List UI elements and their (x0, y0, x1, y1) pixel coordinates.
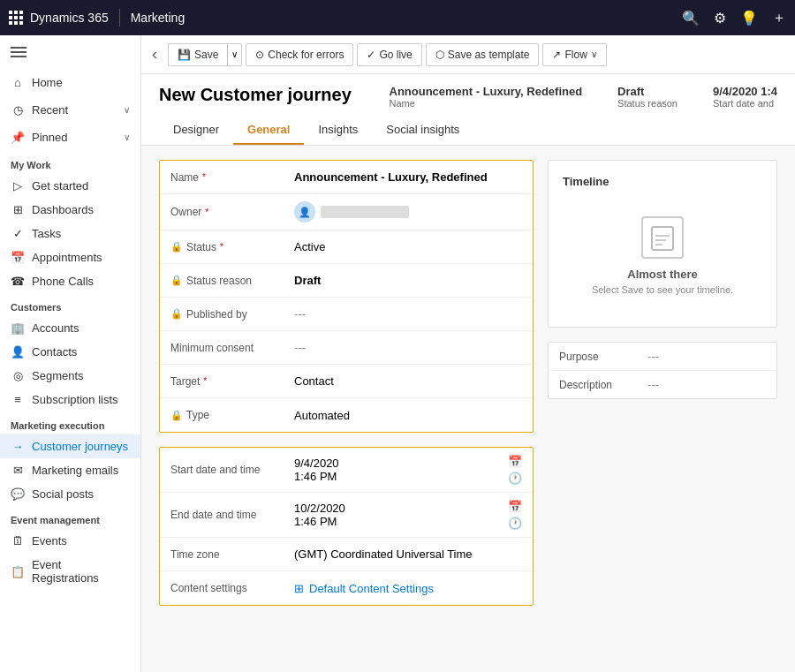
sidebar-item-segments[interactable]: ◎ Segments (0, 364, 140, 388)
required-indicator: * (202, 172, 206, 182)
meta-start-date: 9/4/2020 1:4 Start date and (713, 85, 777, 109)
calendar-icon[interactable]: 📅 (508, 455, 522, 468)
end-date-time: 1:46 PM (294, 515, 508, 528)
clock-icon[interactable]: 🕐 (508, 517, 522, 530)
general-info-section: Name * Announcement - Luxury, Redefined … (159, 160, 534, 433)
app-name: Dynamics 365 (30, 11, 109, 25)
content-area: Name * Announcement - Luxury, Redefined … (141, 146, 795, 672)
check-errors-button[interactable]: ⊙ Check for errors (246, 43, 353, 66)
check-errors-label: Check for errors (268, 49, 344, 61)
name-value[interactable]: Announcement - Luxury, Redefined (294, 170, 522, 184)
brand-area: Dynamics 365 Marketing (9, 9, 185, 26)
search-icon[interactable]: 🔍 (682, 10, 700, 26)
back-button[interactable]: ‹ (152, 45, 157, 64)
purpose-value[interactable]: --- (647, 350, 659, 363)
save-dropdown-button[interactable]: ∨ (227, 43, 242, 66)
owner-field-row: Owner * 👤 (160, 194, 533, 230)
accounts-icon: 🏢 (11, 321, 25, 335)
sidebar-item-recent[interactable]: ◷ Recent ∨ (0, 96, 140, 124)
sidebar-item-pinned[interactable]: 📌 Pinned ∨ (0, 124, 140, 151)
top-navigation: Dynamics 365 Marketing 🔍 ⚙ 💡 ＋ (0, 0, 795, 35)
sidebar-item-label: Contacts (32, 345, 77, 359)
content-settings-link[interactable]: Default Content Settings (309, 582, 522, 595)
status-reason-field-row: 🔒 Status reason Draft (160, 264, 533, 298)
go-live-icon: ✓ (367, 49, 375, 61)
segments-icon: ◎ (11, 369, 25, 382)
sidebar-item-accounts[interactable]: 🏢 Accounts (0, 316, 140, 340)
sidebar-item-marketing-emails[interactable]: ✉ Marketing emails (0, 458, 140, 482)
min-consent-value[interactable]: --- (294, 341, 522, 354)
tab-designer[interactable]: Designer (159, 116, 233, 145)
pin-icon: 📌 (11, 131, 25, 144)
name-label: Name * (170, 171, 294, 184)
status-value[interactable]: Active (294, 240, 522, 253)
target-value[interactable]: Contact (294, 374, 522, 388)
type-value[interactable]: Automated (294, 409, 522, 422)
get-started-icon: ▷ (11, 179, 25, 193)
help-icon[interactable]: 💡 (740, 10, 758, 26)
timeline-almost-there: Almost there (627, 268, 697, 281)
add-icon[interactable]: ＋ (772, 9, 786, 27)
timeline-empty-subtext: Select Save to see your timeline. (592, 284, 733, 295)
timeline-empty-state: Almost there Select Save to see your tim… (563, 199, 762, 313)
sidebar-item-event-registrations[interactable]: 📋 Event Registrations (0, 553, 140, 590)
save-template-button[interactable]: ⬡ Save as template (426, 43, 540, 66)
type-label: 🔒 Type (170, 409, 294, 421)
published-by-label: 🔒 Published by (170, 308, 294, 321)
sidebar-item-tasks[interactable]: ✓ Tasks (0, 222, 140, 245)
clock-icon[interactable]: 🕐 (508, 472, 522, 485)
content-settings-field-row: Content settings ⊞ Default Content Setti… (160, 571, 533, 605)
sidebar-item-home[interactable]: ⌂ Home (0, 69, 140, 96)
go-live-button[interactable]: ✓ Go live (357, 43, 421, 66)
timeline-title: Timeline (563, 175, 762, 188)
sidebar-item-label: Social posts (32, 487, 94, 501)
end-date-value[interactable]: 10/2/2020 1:46 PM (294, 502, 508, 528)
sidebar-item-label: Phone Calls (32, 275, 94, 288)
appointments-icon: 📅 (11, 251, 25, 264)
sidebar-item-dashboards[interactable]: ⊞ Dashboards (0, 198, 140, 222)
check-icon: ⊙ (255, 49, 264, 61)
waffle-icon[interactable] (9, 11, 23, 25)
subscription-icon: ≡ (11, 393, 25, 406)
sidebar-item-get-started[interactable]: ▷ Get started (0, 174, 140, 198)
hamburger-button[interactable] (0, 35, 140, 69)
template-icon: ⬡ (435, 49, 444, 61)
status-reason-value[interactable]: Draft (294, 274, 522, 287)
sidebar-item-subscription-lists[interactable]: ≡ Subscription lists (0, 388, 140, 412)
sidebar-item-contacts[interactable]: 👤 Contacts (0, 340, 140, 364)
save-icon: 💾 (178, 49, 191, 61)
sidebar-item-label: Event Registrations (32, 558, 130, 585)
settings-icon[interactable]: ⚙ (714, 10, 726, 26)
sidebar-item-customer-journeys[interactable]: → Customer journeys (0, 434, 140, 458)
meta-status-reason: Draft Status reason (617, 85, 678, 109)
sidebar-item-appointments[interactable]: 📅 Appointments (0, 245, 140, 269)
sidebar-item-social-posts[interactable]: 💬 Social posts (0, 482, 140, 506)
timezone-label: Time zone (170, 548, 294, 561)
min-consent-label: Minimum consent (170, 342, 294, 354)
timezone-value[interactable]: (GMT) Coordinated Universal Time (294, 547, 522, 561)
flow-button[interactable]: ↗ Flow ∨ (542, 43, 606, 66)
status-reason-label: 🔒 Status reason (170, 275, 294, 287)
required-indicator: * (205, 208, 208, 217)
type-label-text: Type (186, 409, 209, 421)
description-field-row: Description --- (549, 371, 776, 398)
description-value[interactable]: --- (647, 378, 659, 391)
sidebar-item-label: Appointments (32, 251, 102, 264)
tab-social-insights[interactable]: Social insights (372, 116, 473, 145)
date-section: Start date and time 9/4/2020 1:46 PM 📅 🕐 (159, 447, 534, 606)
calendar-icon[interactable]: 📅 (508, 500, 522, 513)
lock-icon: 🔒 (170, 275, 183, 286)
sidebar-item-phone-calls[interactable]: ☎ Phone Calls (0, 269, 140, 293)
page-title-row: New Customer journey Announcement - Luxu… (159, 85, 777, 109)
tab-general[interactable]: General (233, 116, 304, 145)
tab-insights[interactable]: Insights (304, 116, 372, 145)
sidebar-item-label: Subscription lists (32, 393, 118, 406)
sidebar-item-label: Customer journeys (32, 440, 128, 453)
status-label: 🔒 Status * (170, 241, 294, 253)
purpose-label: Purpose (559, 351, 647, 363)
sidebar-item-events[interactable]: 🗓 Events (0, 529, 140, 553)
save-button[interactable]: 💾 Save (168, 43, 227, 66)
start-date-value[interactable]: 9/4/2020 1:46 PM (294, 457, 508, 483)
sidebar-item-label: Get started (32, 179, 88, 193)
owner-name-blurred[interactable] (321, 206, 409, 218)
